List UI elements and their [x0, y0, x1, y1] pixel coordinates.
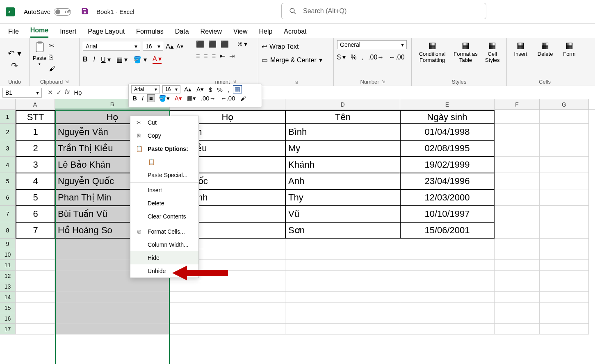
cell-A11[interactable]: [16, 260, 55, 271]
orientation-icon[interactable]: ⤭ ▾: [237, 40, 247, 48]
cell-G12[interactable]: [540, 271, 589, 281]
cell-F7[interactable]: [495, 206, 540, 222]
cell-F1[interactable]: [495, 110, 540, 124]
cell-E10[interactable]: [400, 249, 495, 260]
bold-button[interactable]: B: [83, 56, 88, 63]
cell-B15[interactable]: [55, 303, 170, 313]
cm-column-width[interactable]: Column Width...: [130, 238, 198, 251]
row-header-8[interactable]: 8: [0, 222, 16, 239]
cell-G4[interactable]: [540, 157, 589, 173]
select-all-corner[interactable]: [0, 99, 16, 109]
merge-launcher-icon[interactable]: ⇲: [294, 80, 298, 85]
tab-help[interactable]: Help: [259, 28, 272, 38]
mini-decrease-decimal-icon[interactable]: ←.00: [219, 95, 237, 102]
clipboard-launcher-icon[interactable]: ⇲: [65, 80, 68, 84]
cell-D1[interactable]: Tên: [285, 110, 400, 124]
mini-currency-icon[interactable]: $: [207, 86, 213, 93]
row-header-10[interactable]: 10: [0, 249, 16, 260]
tab-acrobat[interactable]: Acrobat: [284, 28, 306, 38]
mini-percent-icon[interactable]: %: [216, 86, 223, 93]
search-box[interactable]: Search (Alt+Q): [281, 3, 486, 19]
cell-F8[interactable]: [495, 222, 540, 239]
row-header-13[interactable]: 13: [0, 281, 16, 292]
row-header-15[interactable]: 15: [0, 303, 16, 313]
tab-home[interactable]: Home: [30, 27, 48, 38]
cell-F16[interactable]: [495, 313, 540, 324]
cell-F4[interactable]: [495, 157, 540, 173]
cell-G9[interactable]: [540, 239, 589, 249]
cell-A14[interactable]: [16, 292, 55, 303]
cell-E6[interactable]: 12/03/2000: [400, 189, 495, 206]
cell-A7[interactable]: 6: [16, 206, 55, 222]
cell-A3[interactable]: 2: [16, 140, 55, 157]
cell-D2[interactable]: Bình: [285, 124, 400, 140]
save-icon[interactable]: [81, 7, 89, 17]
align-middle-icon[interactable]: ⬛: [208, 40, 217, 48]
name-box[interactable]: B1▾: [2, 88, 42, 98]
cell-C14[interactable]: [170, 292, 285, 303]
merge-center-button[interactable]: ▭Merge & Center▾: [262, 56, 322, 64]
col-header-E[interactable]: E: [400, 99, 495, 109]
cell-A8[interactable]: 7: [16, 222, 55, 239]
undo-icon[interactable]: ↶ ▾: [8, 48, 21, 58]
cell-G3[interactable]: [540, 140, 589, 157]
cm-clear-contents[interactable]: Clear Contents: [130, 210, 198, 223]
cell-G17[interactable]: [540, 324, 589, 334]
cell-A9[interactable]: [16, 239, 55, 249]
cell-A4[interactable]: 3: [16, 157, 55, 173]
cell-E12[interactable]: [400, 271, 495, 281]
cell-F15[interactable]: [495, 303, 540, 313]
cell-D15[interactable]: [285, 303, 400, 313]
row-header-1[interactable]: 1: [0, 110, 16, 124]
align-top-icon[interactable]: ⬛: [196, 40, 204, 48]
font-name-dropdown[interactable]: Arial▾: [83, 42, 140, 51]
align-left-icon[interactable]: ≡: [196, 52, 200, 60]
align-right-icon[interactable]: ≡: [212, 52, 216, 60]
cell-E3[interactable]: 02/08/1995: [400, 140, 495, 157]
tab-data[interactable]: Data: [175, 28, 189, 38]
mini-increase-decimal-icon[interactable]: .00→: [200, 95, 217, 102]
cell-styles-button[interactable]: ▦Cell Styles: [483, 40, 502, 63]
cm-insert[interactable]: Insert: [130, 184, 198, 197]
cell-C15[interactable]: [170, 303, 285, 313]
mini-font-dropdown[interactable]: Arial▾: [131, 85, 160, 93]
cell-D5[interactable]: Anh: [285, 173, 400, 189]
tab-formulas[interactable]: Formulas: [136, 28, 164, 38]
format-painter-icon[interactable]: 🖌: [49, 65, 55, 73]
increase-indent-icon[interactable]: ⇥: [229, 52, 235, 60]
cell-D14[interactable]: [285, 292, 400, 303]
cell-G1[interactable]: [540, 110, 589, 124]
cell-E7[interactable]: 10/10/1997: [400, 206, 495, 222]
mini-size-dropdown[interactable]: 16▾: [162, 85, 180, 93]
row-header-4[interactable]: 4: [0, 157, 16, 173]
decrease-font-icon[interactable]: A▾: [176, 43, 183, 50]
row-header-12[interactable]: 12: [0, 271, 16, 281]
cell-G6[interactable]: [540, 189, 589, 206]
cell-D6[interactable]: Thy: [285, 189, 400, 206]
cell-C16[interactable]: [170, 313, 285, 324]
underline-button[interactable]: U ▾: [101, 56, 111, 64]
cell-G14[interactable]: [540, 292, 589, 303]
tab-file[interactable]: File: [8, 28, 19, 38]
increase-decimal-icon[interactable]: .00→: [368, 54, 384, 61]
cell-A17[interactable]: [16, 324, 55, 334]
paste-button[interactable]: Paste ▾: [33, 40, 46, 66]
cell-G13[interactable]: [540, 281, 589, 292]
cm-format-cells[interactable]: ⎚Format Cells...: [130, 225, 198, 238]
cell-E2[interactable]: 01/04/1998: [400, 124, 495, 140]
cell-C13[interactable]: [170, 281, 285, 292]
row-header-5[interactable]: 5: [0, 173, 16, 189]
cell-B17[interactable]: [55, 324, 170, 334]
cell-E9[interactable]: [400, 239, 495, 249]
cell-G5[interactable]: [540, 173, 589, 189]
cell-D17[interactable]: [285, 324, 400, 334]
mini-italic-icon[interactable]: I: [141, 95, 145, 102]
copy-icon[interactable]: ⎘: [49, 54, 55, 61]
cell-E11[interactable]: [400, 260, 495, 271]
cell-B13[interactable]: [55, 281, 170, 292]
cell-G16[interactable]: [540, 313, 589, 324]
row-header-17[interactable]: 17: [0, 324, 16, 334]
row-header-11[interactable]: 11: [0, 260, 16, 271]
cell-F3[interactable]: [495, 140, 540, 157]
cell-E1[interactable]: Ngày sinh: [400, 110, 495, 124]
